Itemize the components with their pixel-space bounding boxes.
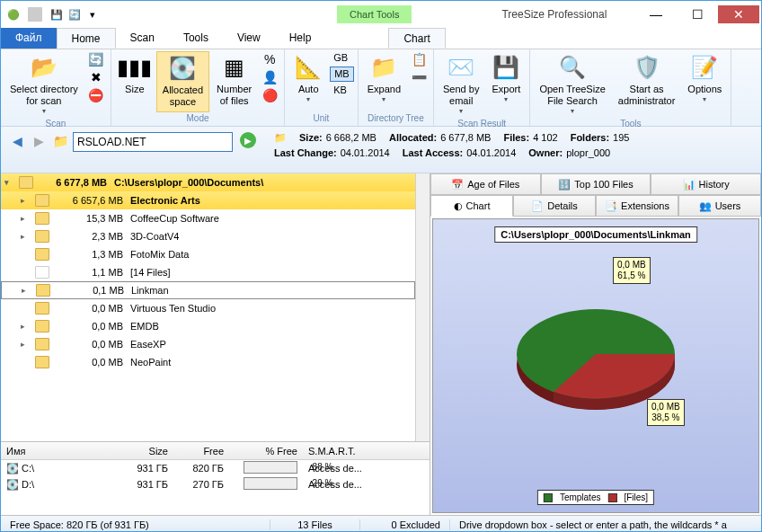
stat-lastchange-value: 04.01.2014 [341, 147, 390, 158]
directory-tree[interactable]: ▾6 677,8 MBC:\Users\plopr_000\Documents\… [1, 173, 415, 441]
col-size[interactable]: Size [118, 446, 173, 457]
file-search-button[interactable]: 🔍Open TreeSize File Search [534, 51, 610, 118]
tab-age-of-files[interactable]: 📅Age of Files [430, 173, 541, 194]
nav-back-button[interactable]: ◀ [8, 132, 26, 150]
qat-dropdown-icon[interactable]: ▾ [85, 7, 100, 22]
checklist-icon: 📝 [690, 53, 719, 82]
path-input[interactable] [73, 132, 233, 152]
folder-icon [35, 356, 49, 368]
col-pfree[interactable]: % Free [229, 446, 303, 457]
drive-row[interactable]: 💽 C:\931 ГБ820 ГБ88 %Access de... [1, 460, 430, 476]
tree-name: C:\Users\plopr_000\Documents\ [114, 177, 412, 188]
unit-auto-button[interactable]: 📐Auto [288, 51, 328, 112]
mode-owner-button[interactable]: 👤 [259, 69, 280, 85]
expand-toggle[interactable]: ▸ [21, 340, 31, 349]
subtab-chart[interactable]: ◐Chart [430, 195, 513, 217]
tab-tools[interactable]: Tools [169, 28, 223, 49]
go-button[interactable]: ▶ [240, 132, 256, 148]
tree-row[interactable]: ▸6 657,6 MBElectronic Arts [1, 191, 415, 209]
drive-size: 931 ГБ [118, 463, 173, 474]
col-free[interactable]: Free [173, 446, 229, 457]
stat-lastchange-label: Last Change: [274, 147, 337, 158]
subtab-extensions[interactable]: 📑Extensions [596, 195, 678, 217]
folder-icon [35, 212, 49, 225]
tab-scan[interactable]: Scan [116, 28, 169, 49]
delete-icon: ✖ [89, 70, 103, 84]
mode-number-button[interactable]: ▦Number of files [211, 51, 257, 112]
mode-percent-button[interactable]: % [259, 51, 280, 67]
tab-top-100[interactable]: 🔢Top 100 Files [541, 173, 651, 194]
refresh-scan-button[interactable]: 🔄 [85, 51, 107, 67]
expand-toggle[interactable]: ▸ [21, 322, 31, 331]
maximize-button[interactable]: ☐ [677, 5, 718, 23]
tab-history[interactable]: 📊History [651, 173, 761, 194]
col-name[interactable]: Имя [1, 446, 118, 457]
chart-tools-contextual-tab: Chart Tools [337, 5, 412, 23]
col-smart[interactable]: S.M.A.R.T. [303, 446, 375, 457]
close-button[interactable]: ✕ [718, 5, 759, 23]
tree-opt2-button[interactable]: ➖ [408, 69, 430, 85]
expand-button[interactable]: 📁Expand [362, 51, 406, 112]
tree-row[interactable]: 0,0 MBVirtuous Ten Studio [1, 299, 415, 317]
tree-row[interactable]: ▸15,3 MBCoffeeCup Software [1, 209, 415, 227]
tree-row[interactable]: ▸0,0 MBEaseXP [1, 335, 415, 353]
expand-toggle[interactable]: ▾ [4, 178, 15, 187]
nav-up-button[interactable]: 📁 [51, 132, 69, 150]
expand-toggle[interactable]: ▸ [21, 196, 31, 205]
tab-file[interactable]: Файл [1, 28, 57, 49]
tree-row[interactable]: ▾6 677,8 MBC:\Users\plopr_000\Documents\ [1, 173, 415, 191]
tree-row[interactable]: 0,0 MBNeoPaint [1, 353, 415, 371]
tree-size: 6 677,8 MB [37, 177, 114, 188]
options-button[interactable]: 📝Options [682, 51, 727, 118]
subtab-users[interactable]: 👥Users [678, 195, 761, 217]
main-area: ▾6 677,8 MBC:\Users\plopr_000\Documents\… [1, 173, 761, 515]
mode-size-button[interactable]: ▮▮▮Size [115, 51, 155, 112]
export-button[interactable]: 💾Export [486, 51, 526, 118]
tree-opt1-button[interactable]: 📋 [408, 51, 430, 67]
mode-misc-button[interactable]: 🔴 [259, 87, 280, 103]
legend-swatch-files [607, 493, 616, 502]
group-dirtree-label: Directory Tree [368, 112, 424, 124]
subtab-details[interactable]: 📄Details [513, 195, 596, 217]
tab-chart[interactable]: Chart [388, 28, 445, 49]
send-email-button[interactable]: ✉️Send by email [438, 51, 484, 118]
calendar-icon: 📅 [451, 179, 464, 191]
tab-help[interactable]: Help [275, 28, 326, 49]
tree-name: Virtuous Ten Studio [130, 303, 412, 314]
nav-forward-button[interactable]: ▶ [30, 132, 48, 150]
expand-toggle[interactable]: ▸ [21, 232, 31, 241]
qat-refresh-icon[interactable]: 🔄 [67, 7, 82, 22]
start-admin-button[interactable]: 🛡️Start as administrator [613, 51, 681, 118]
unit-gb-button[interactable]: GB [330, 51, 354, 65]
select-directory-button[interactable]: 📂 Select directory for scan [4, 51, 84, 118]
tab-view[interactable]: View [223, 28, 275, 49]
tab-home[interactable]: Home [57, 28, 116, 49]
status-bar: Free Space: 820 ГБ (of 931 ГБ) 13 Files … [1, 515, 761, 532]
stat-owner-value: plopr_000 [566, 147, 610, 158]
tree-row[interactable]: ▸0,1 MBLinkman [1, 281, 415, 299]
drive-size: 931 ГБ [118, 479, 173, 490]
minimize-button[interactable]: — [635, 5, 677, 23]
remove-scan-button[interactable]: ✖ [85, 69, 107, 85]
tree-row[interactable]: ▸2,3 MB3D-CoatV4 [1, 227, 415, 245]
stop-scan-button[interactable]: ⛔ [85, 87, 107, 103]
top100-icon: 🔢 [558, 179, 571, 191]
tree-size: 0,1 MB [54, 285, 131, 296]
tree-row[interactable]: 1,1 MB[14 Files] [1, 263, 415, 281]
titlebar: 🟢 💾 🔄 ▾ Chart Tools TreeSize Professiona… [1, 1, 761, 28]
mode-allocated-button[interactable]: 💽Allocated space [156, 51, 209, 112]
expand-toggle[interactable]: ▸ [21, 214, 31, 223]
folder-open-icon: 📂 [30, 53, 58, 82]
tree-row[interactable]: ▸0,0 MBEMDB [1, 317, 415, 335]
tree-row[interactable]: 1,3 MBFotoMix Data [1, 245, 415, 263]
unit-mb-button[interactable]: MB [330, 66, 354, 82]
stat-alloc-value: 6 677,8 MB [440, 132, 491, 144]
expand-toggle[interactable]: ▸ [22, 286, 32, 295]
drive-row[interactable]: 💽 D:\931 ГБ270 ГБ29 %Access de... [1, 476, 430, 492]
chart-label-templates: 0,0 MB61,5 % [613, 257, 651, 284]
unit-kb-button[interactable]: KB [330, 84, 354, 97]
percent-icon: % [262, 52, 277, 66]
file-icon [35, 266, 49, 279]
tree-scrollbar[interactable] [415, 173, 430, 441]
qat-save-icon[interactable]: 💾 [49, 7, 64, 22]
